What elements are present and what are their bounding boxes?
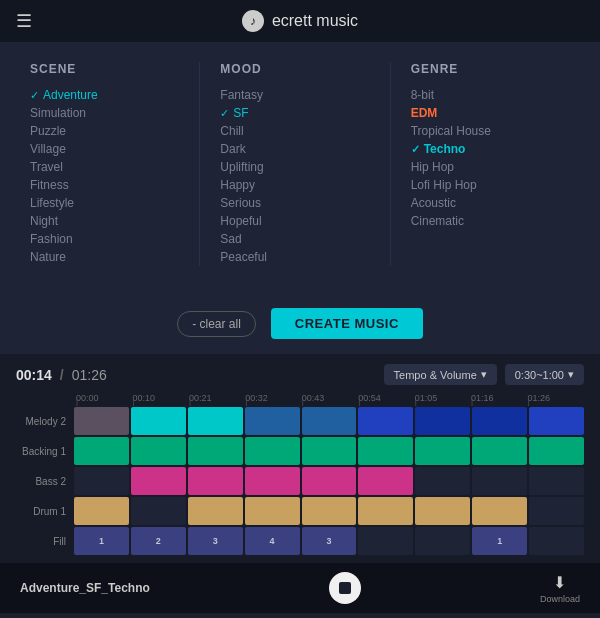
mood-item-dark[interactable]: Dark	[220, 140, 369, 158]
track-block[interactable]: 1	[74, 527, 129, 555]
timeline-section: 00:14 / 01:26 Tempo & Volume ▾ 0:30~1:00…	[0, 354, 600, 563]
track-block[interactable]: 3	[188, 527, 243, 555]
track-block[interactable]: 2	[131, 527, 186, 555]
scene-header: SCENE	[30, 62, 179, 76]
mood-item-hopeful[interactable]: Hopeful	[220, 212, 369, 230]
track-block[interactable]	[302, 467, 357, 495]
chevron-down-icon: ▾	[568, 368, 574, 381]
mood-item-serious[interactable]: Serious	[220, 194, 369, 212]
scene-item-village[interactable]: Village	[30, 140, 179, 158]
current-time: 00:14	[16, 367, 52, 383]
track-block[interactable]	[358, 437, 413, 465]
scene-item-travel[interactable]: Travel	[30, 158, 179, 176]
track-block[interactable]	[245, 437, 300, 465]
track-block[interactable]: 4	[245, 527, 300, 555]
track-block[interactable]	[358, 407, 413, 435]
track-block[interactable]	[245, 497, 300, 525]
genre-item-hiphop[interactable]: Hip Hop	[411, 158, 560, 176]
scene-item-adventure[interactable]: ✓ Adventure	[30, 86, 179, 104]
track-block[interactable]	[472, 407, 527, 435]
track-row: Melody 2	[16, 407, 584, 435]
download-button[interactable]: ⬇ Download	[540, 573, 580, 604]
total-time: 01:26	[72, 367, 107, 383]
scene-item-simulation[interactable]: Simulation	[30, 104, 179, 122]
range-button[interactable]: 0:30~1:00 ▾	[505, 364, 584, 385]
mood-item-happy[interactable]: Happy	[220, 176, 369, 194]
track-block[interactable]	[472, 497, 527, 525]
track-block[interactable]	[472, 467, 527, 495]
track-block[interactable]	[302, 407, 357, 435]
app-title: ecrett music	[272, 12, 358, 30]
track-block[interactable]	[415, 437, 470, 465]
track-block[interactable]	[415, 497, 470, 525]
app-header: ☰ ♪ ecrett music	[0, 0, 600, 42]
mood-item-uplifting[interactable]: Uplifting	[220, 158, 369, 176]
track-block[interactable]	[188, 497, 243, 525]
track-block[interactable]	[131, 407, 186, 435]
clear-all-button[interactable]: - clear all	[177, 311, 256, 337]
scene-item-lifestyle[interactable]: Lifestyle	[30, 194, 179, 212]
genre-item-edm[interactable]: EDM	[411, 104, 560, 122]
category-section: SCENE ✓ Adventure Simulation Puzzle Vill…	[0, 42, 600, 296]
track-block[interactable]	[302, 497, 357, 525]
scene-item-night[interactable]: Night	[30, 212, 179, 230]
track-block[interactable]: 3	[302, 527, 357, 555]
track-block[interactable]	[415, 527, 470, 555]
mood-item-chill[interactable]: Chill	[220, 122, 369, 140]
scene-item-fashion[interactable]: Fashion	[30, 230, 179, 248]
track-block[interactable]	[358, 497, 413, 525]
genre-item-techno[interactable]: ✓ Techno	[411, 140, 560, 158]
track-block[interactable]	[415, 407, 470, 435]
create-music-button[interactable]: CREATE MUSIC	[271, 308, 423, 339]
genre-item-8bit[interactable]: 8-bit	[411, 86, 560, 104]
scene-item-puzzle[interactable]: Puzzle	[30, 122, 179, 140]
mood-item-fantasy[interactable]: Fantasy	[220, 86, 369, 104]
track-block[interactable]	[74, 437, 129, 465]
track-block[interactable]	[529, 437, 584, 465]
track-block[interactable]	[529, 407, 584, 435]
genre-item-lofihiphop[interactable]: Lofi Hip Hop	[411, 176, 560, 194]
track-blocks	[74, 407, 584, 435]
mood-column: MOOD Fantasy ✓ SF Chill Dark Uplifting H…	[200, 62, 390, 266]
scene-item-nature[interactable]: Nature	[30, 248, 179, 266]
track-block[interactable]	[74, 497, 129, 525]
mood-item-peaceful[interactable]: Peaceful	[220, 248, 369, 266]
track-label: Fill	[16, 536, 74, 547]
track-block[interactable]: 1	[472, 527, 527, 555]
track-block[interactable]	[74, 467, 129, 495]
track-block[interactable]	[472, 437, 527, 465]
genre-item-acoustic[interactable]: Acoustic	[411, 194, 560, 212]
track-row: Fill123431	[16, 527, 584, 555]
track-block[interactable]	[188, 467, 243, 495]
track-block[interactable]	[245, 407, 300, 435]
genre-item-tropical[interactable]: Tropical House	[411, 122, 560, 140]
track-block[interactable]	[529, 497, 584, 525]
track-block[interactable]	[74, 407, 129, 435]
track-block[interactable]	[131, 437, 186, 465]
genre-item-cinematic[interactable]: Cinematic	[411, 212, 560, 230]
track-block[interactable]	[245, 467, 300, 495]
logo-icon: ♪	[242, 10, 264, 32]
track-block[interactable]	[358, 527, 413, 555]
track-block[interactable]	[188, 437, 243, 465]
track-block[interactable]	[358, 467, 413, 495]
track-block[interactable]	[131, 497, 186, 525]
track-block[interactable]	[188, 407, 243, 435]
menu-icon[interactable]: ☰	[16, 10, 32, 32]
track-block[interactable]	[302, 437, 357, 465]
tempo-volume-button[interactable]: Tempo & Volume ▾	[384, 364, 497, 385]
track-block[interactable]	[131, 467, 186, 495]
scene-item-fitness[interactable]: Fitness	[30, 176, 179, 194]
track-blocks: 123431	[74, 527, 584, 555]
genre-column: GENRE 8-bit EDM Tropical House ✓ Techno …	[391, 62, 570, 266]
track-blocks	[74, 467, 584, 495]
track-block[interactable]	[529, 527, 584, 555]
stop-button[interactable]	[329, 572, 361, 604]
timeline-header: 00:14 / 01:26 Tempo & Volume ▾ 0:30~1:00…	[16, 364, 584, 385]
ruler-tick-6: 01:05	[415, 393, 471, 403]
ruler-tick-1: 00:10	[132, 393, 188, 403]
track-block[interactable]	[529, 467, 584, 495]
mood-item-sad[interactable]: Sad	[220, 230, 369, 248]
mood-item-sf[interactable]: ✓ SF	[220, 104, 369, 122]
track-block[interactable]	[415, 467, 470, 495]
